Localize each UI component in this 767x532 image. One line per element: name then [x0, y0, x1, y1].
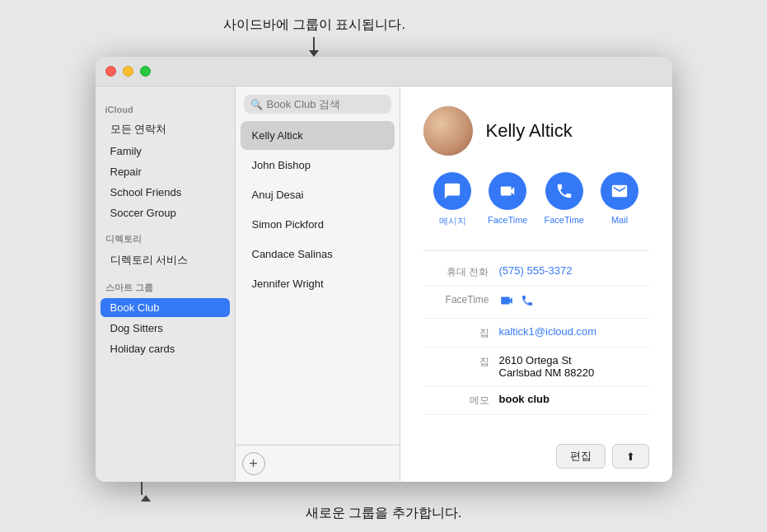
facetime-video-icon	[489, 172, 526, 210]
sidebar-section-icloud: iCloud	[96, 95, 235, 118]
app-window: iCloud 모든 연락처 Family Repair School Frien…	[96, 57, 672, 482]
info-rows: 휴대 전화 (575) 555-3372 FaceTime	[423, 258, 649, 415]
address-row: 집 2610 Ortega St Carlsbad NM 88220	[423, 348, 649, 386]
facetime-video-icon-small[interactable]	[499, 293, 514, 311]
facetime-audio-button[interactable]: FaceTime	[545, 172, 585, 227]
facetime-audio-icon	[545, 172, 583, 210]
close-button[interactable]	[105, 66, 116, 77]
notes-label: 메모	[423, 393, 489, 408]
detail-panel: Kelly Altick 메시지 FaceTime	[400, 86, 672, 482]
phone-label: 휴대 전화	[423, 264, 489, 279]
facetime-icons	[499, 293, 534, 311]
sidebar-item-repair[interactable]: Repair	[101, 162, 230, 181]
sidebar-item-all-contacts[interactable]: 모든 연락처	[101, 119, 230, 140]
avatar	[423, 106, 473, 156]
share-button[interactable]: ⬆	[612, 444, 649, 469]
bottom-annotation-text: 새로운 그룹을 추가합니다.	[306, 505, 461, 522]
sidebar-item-school-friends[interactable]: School Friends	[101, 183, 230, 202]
message-icon	[433, 172, 471, 210]
action-buttons: 메시지 FaceTime FaceTime	[423, 172, 649, 227]
facetime-video-label: FaceTime	[488, 215, 528, 225]
sidebar-item-dog-sitters[interactable]: Dog Sitters	[101, 319, 230, 338]
contact-item[interactable]: John Bishop	[241, 151, 395, 180]
sidebar-item-book-club[interactable]: Book Club	[101, 298, 230, 317]
sidebar: iCloud 모든 연락처 Family Repair School Frien…	[96, 86, 236, 482]
mail-icon	[601, 172, 638, 210]
contact-item[interactable]: Kelly Altick	[241, 121, 395, 150]
message-label: 메시지	[439, 215, 466, 227]
mail-button[interactable]: Mail	[601, 172, 638, 227]
address-label: 집	[423, 354, 489, 369]
detail-footer: 편집 ⬆	[423, 434, 649, 469]
sidebar-item-holiday-cards[interactable]: Holiday cards	[101, 339, 230, 358]
notes-row: 메모 book club	[423, 386, 649, 415]
email-label: 집	[423, 325, 489, 340]
message-button[interactable]: 메시지	[433, 172, 471, 227]
facetime-audio-label: FaceTime	[545, 215, 585, 225]
search-input[interactable]	[267, 98, 385, 110]
contact-item[interactable]: Candace Salinas	[241, 240, 395, 268]
search-icon: 🔍	[250, 99, 263, 110]
email-row: 집 kaltick1@icloud.com	[423, 319, 649, 348]
facetime-label: FaceTime	[423, 293, 489, 306]
email-value[interactable]: kaltick1@icloud.com	[499, 325, 649, 338]
facetime-video-button[interactable]: FaceTime	[488, 172, 528, 227]
mail-label: Mail	[611, 215, 628, 225]
phone-row: 휴대 전화 (575) 555-3372	[423, 258, 649, 287]
address-value: 2610 Ortega St Carlsbad NM 88220	[499, 354, 649, 379]
maximize-button[interactable]	[140, 66, 151, 77]
contact-header: Kelly Altick	[423, 106, 649, 156]
contact-items: Kelly Altick John Bishop Anuj Desai Simo…	[236, 120, 400, 445]
sidebar-item-family[interactable]: Family	[101, 142, 230, 161]
contact-item[interactable]: Anuj Desai	[241, 180, 395, 209]
contact-name: Kelly Altick	[486, 120, 573, 142]
sidebar-item-soccer-group[interactable]: Soccer Group	[101, 203, 230, 222]
notes-value: book club	[499, 393, 649, 405]
sidebar-item-directory-service[interactable]: 디렉토리 서비스	[101, 250, 230, 271]
sidebar-section-directory: 디렉토리	[96, 223, 235, 249]
sidebar-section-smart-group: 스마트 그룹	[96, 272, 235, 297]
facetime-phone-icon-small[interactable]	[521, 294, 534, 310]
contact-item[interactable]: Jennifer Wright	[241, 269, 395, 298]
edit-button[interactable]: 편집	[556, 444, 606, 469]
top-annotation-text: 사이드바에 그룹이 표시됩니다.	[223, 16, 405, 37]
contact-item[interactable]: Simon Pickford	[241, 210, 395, 239]
bottom-annotation: 새로운 그룹을 추가합니다.	[306, 482, 461, 522]
phone-value[interactable]: (575) 555-3372	[499, 264, 649, 277]
minimize-button[interactable]	[123, 66, 133, 77]
facetime-row: FaceTime	[423, 287, 649, 319]
add-contact-button[interactable]: +	[242, 452, 265, 475]
contact-list: 🔍 Kelly Altick John Bishop Anuj Desai Si…	[236, 86, 400, 482]
titlebar	[96, 57, 672, 86]
